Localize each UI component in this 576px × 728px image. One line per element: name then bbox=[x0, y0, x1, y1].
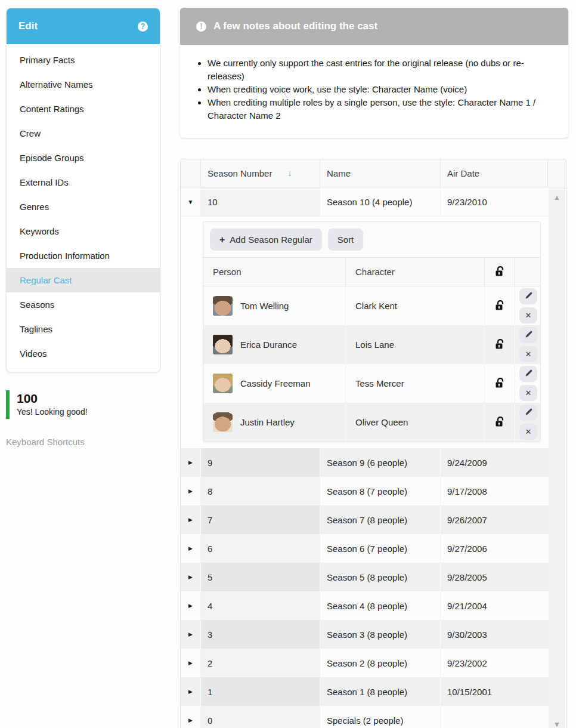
season-10-detail-row: + Add Season Regular Sort Person Charact… bbox=[181, 216, 549, 448]
note-item: When crediting multiple roles by a singl… bbox=[208, 96, 550, 122]
scroll-down-icon[interactable]: ▼ bbox=[553, 721, 560, 728]
season-air-date-cell: 9/28/2005 bbox=[441, 563, 548, 591]
sidebar-item-taglines[interactable]: Taglines bbox=[7, 317, 160, 341]
notes-title: A few notes about editing the cast bbox=[213, 20, 377, 32]
unlock-icon[interactable] bbox=[496, 378, 504, 390]
sidebar-item-content-ratings[interactable]: Content Ratings bbox=[7, 97, 160, 121]
unlock-icon[interactable] bbox=[496, 300, 504, 312]
collapse-icon[interactable]: ▼ bbox=[188, 199, 194, 205]
cast-row: Erica Durance Lois Lane ✕ bbox=[203, 325, 540, 364]
sidebar-item-crew[interactable]: Crew bbox=[7, 121, 160, 146]
season-air-date-cell: 10/15/2001 bbox=[441, 677, 548, 706]
plus-icon: + bbox=[219, 235, 225, 245]
unlock-icon[interactable] bbox=[496, 339, 504, 351]
character-name: Tess Mercer bbox=[346, 364, 485, 403]
season-number-cell: 3 bbox=[201, 620, 320, 649]
sidebar: Edit ? Primary Facts Alternative Names C… bbox=[0, 0, 160, 447]
delete-cast-button[interactable]: ✕ bbox=[519, 346, 537, 362]
delete-cast-button[interactable]: ✕ bbox=[519, 385, 537, 401]
season-row-5[interactable]: ▶ 5 Season 5 (8 people) 9/28/2005 bbox=[181, 563, 549, 591]
keyboard-shortcuts-link[interactable]: Keyboard Shortcuts bbox=[6, 437, 160, 447]
person-name: Tom Welling bbox=[240, 301, 289, 311]
season-name-cell: Season 4 (8 people) bbox=[320, 591, 441, 620]
season-name-cell: Season 1 (8 people) bbox=[320, 677, 441, 706]
page: Edit ? Primary Facts Alternative Names C… bbox=[0, 0, 576, 728]
edit-cast-button[interactable] bbox=[519, 366, 537, 382]
season-name-cell: Season 6 (7 people) bbox=[320, 534, 441, 563]
season-row-7[interactable]: ▶ 7 Season 7 (8 people) 9/26/2007 bbox=[181, 505, 549, 534]
expand-icon[interactable]: ▶ bbox=[188, 545, 193, 551]
season-air-date-cell: 9/27/2006 bbox=[441, 534, 548, 563]
column-header-actions bbox=[515, 258, 541, 286]
unlock-icon[interactable] bbox=[496, 417, 504, 428]
season-number-cell: 2 bbox=[201, 649, 320, 677]
season-row-8[interactable]: ▶ 8 Season 8 (7 people) 9/17/2008 bbox=[181, 477, 549, 505]
pencil-icon bbox=[525, 369, 532, 379]
column-header-name[interactable]: Name bbox=[320, 159, 441, 187]
season-row-9[interactable]: ▶ 9 Season 9 (6 people) 9/24/2009 bbox=[181, 448, 549, 477]
expand-icon[interactable]: ▶ bbox=[188, 603, 193, 609]
season-air-date-cell: 9/17/2008 bbox=[441, 477, 548, 505]
sidebar-item-episode-groups[interactable]: Episode Groups bbox=[7, 146, 160, 170]
expand-icon[interactable]: ▶ bbox=[188, 488, 193, 494]
season-air-date-cell: 9/23/2002 bbox=[441, 649, 548, 677]
pencil-icon bbox=[525, 408, 532, 418]
expand-icon[interactable]: ▶ bbox=[188, 459, 193, 465]
seasons-table-header: Season Number ↓ Name Air Date bbox=[181, 159, 566, 187]
sidebar-item-external-ids[interactable]: External IDs bbox=[7, 170, 160, 195]
avatar bbox=[213, 335, 233, 354]
season-row-3[interactable]: ▶ 3 Season 3 (8 people) 9/30/2003 bbox=[181, 620, 549, 649]
avatar bbox=[213, 412, 233, 432]
delete-cast-button[interactable]: ✕ bbox=[519, 307, 537, 323]
season-number-cell: 8 bbox=[201, 477, 320, 505]
season-row-4[interactable]: ▶ 4 Season 4 (8 people) 9/21/2004 bbox=[181, 591, 549, 620]
sidebar-item-seasons[interactable]: Seasons bbox=[7, 292, 160, 317]
character-name: Oliver Queen bbox=[346, 403, 485, 442]
edit-cast-button[interactable] bbox=[519, 327, 537, 343]
expand-icon[interactable]: ▶ bbox=[188, 660, 193, 666]
column-header-air-date[interactable]: Air Date bbox=[441, 159, 548, 187]
sidebar-item-primary-facts[interactable]: Primary Facts bbox=[7, 48, 160, 72]
delete-cast-button[interactable]: ✕ bbox=[519, 424, 537, 440]
season-row-2[interactable]: ▶ 2 Season 2 (8 people) 9/23/2002 bbox=[181, 649, 549, 677]
expand-icon[interactable]: ▶ bbox=[188, 574, 193, 580]
sidebar-item-production-information[interactable]: Production Information bbox=[7, 243, 160, 268]
season-row-0[interactable]: ▶ 0 Specials (2 people) bbox=[181, 706, 549, 728]
sidebar-item-alternative-names[interactable]: Alternative Names bbox=[7, 72, 160, 97]
add-season-regular-button[interactable]: + Add Season Regular bbox=[210, 229, 322, 251]
edit-cast-button[interactable] bbox=[519, 288, 537, 304]
expand-icon[interactable]: ▶ bbox=[188, 689, 193, 695]
sidebar-item-genres[interactable]: Genres bbox=[7, 195, 160, 219]
info-icon: ! bbox=[196, 21, 206, 32]
character-name: Lois Lane bbox=[346, 325, 485, 364]
sidebar-item-keywords[interactable]: Keywords bbox=[7, 219, 160, 243]
character-name: Clark Kent bbox=[346, 286, 485, 325]
season-row-10[interactable]: ▼ 10 Season 10 (4 people) 9/23/2010 bbox=[181, 187, 549, 216]
avatar bbox=[213, 296, 233, 316]
season-10-cast-panel: + Add Season Regular Sort Person Charact… bbox=[203, 221, 541, 442]
sidebar-item-regular-cast[interactable]: Regular Cast bbox=[7, 268, 160, 292]
expand-icon[interactable]: ▶ bbox=[188, 631, 193, 637]
edit-menu-header: Edit ? bbox=[7, 8, 160, 44]
column-header-season-number[interactable]: Season Number ↓ bbox=[201, 159, 320, 187]
season-name-cell: Specials (2 people) bbox=[320, 706, 441, 728]
score-value: 100 bbox=[17, 391, 160, 406]
season-number-cell: 1 bbox=[201, 677, 320, 706]
season-row-1[interactable]: ▶ 1 Season 1 (8 people) 10/15/2001 bbox=[181, 677, 549, 706]
sort-button[interactable]: Sort bbox=[328, 229, 364, 251]
season-air-date-cell: 9/30/2003 bbox=[441, 620, 548, 649]
season-air-date-cell: 9/21/2004 bbox=[441, 591, 548, 620]
vertical-scrollbar[interactable]: ▲ ▼ bbox=[549, 188, 565, 728]
season-name-cell: Season 7 (8 people) bbox=[320, 505, 441, 534]
cast-row: Tom Welling Clark Kent ✕ bbox=[203, 286, 540, 325]
scroll-up-icon[interactable]: ▲ bbox=[553, 194, 560, 201]
column-header-character: Character bbox=[346, 258, 485, 286]
edit-cast-button[interactable] bbox=[519, 405, 537, 421]
sidebar-item-videos[interactable]: Videos bbox=[7, 341, 160, 366]
expand-icon[interactable]: ▶ bbox=[188, 717, 193, 723]
season-row-6[interactable]: ▶ 6 Season 6 (7 people) 9/27/2006 bbox=[181, 534, 549, 563]
notes-card: ! A few notes about editing the cast We … bbox=[180, 8, 568, 138]
help-icon[interactable]: ? bbox=[138, 21, 148, 32]
expand-icon[interactable]: ▶ bbox=[188, 517, 193, 523]
seasons-table-body: ▼ 10 Season 10 (4 people) 9/23/2010 + Ad… bbox=[181, 187, 549, 728]
